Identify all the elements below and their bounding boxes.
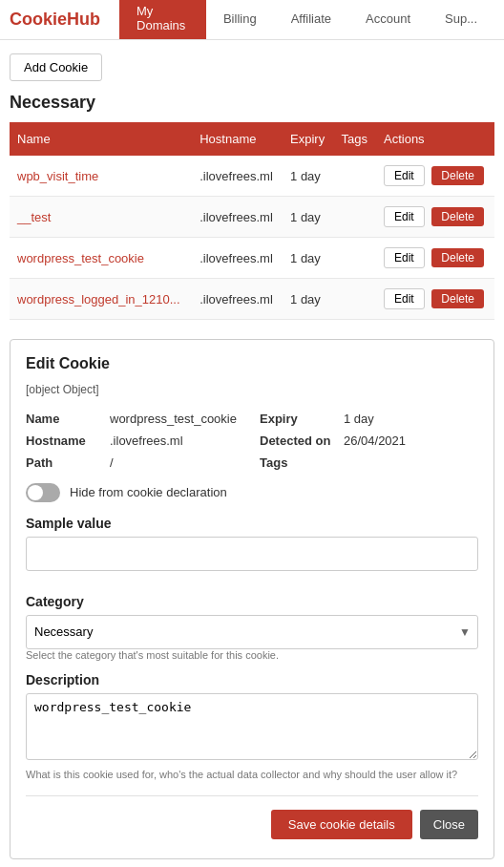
table-row: wordpress_test_cookie .ilovefrees.ml 1 d… — [10, 238, 494, 279]
field-path: Path / — [26, 455, 244, 470]
cell-hostname: .ilovefrees.ml — [192, 279, 283, 320]
hostname-value: .ilovefrees.ml — [110, 434, 183, 448]
cookie-name-link[interactable]: __test — [17, 210, 51, 224]
logo-text1: Cookie — [10, 10, 67, 29]
field-expiry: Expiry 1 day — [260, 412, 478, 426]
cell-expiry: 1 day — [283, 279, 333, 320]
field-hostname: Hostname .ilovefrees.ml — [26, 434, 244, 448]
cell-expiry: 1 day — [283, 238, 333, 279]
toggle-knob — [28, 485, 43, 500]
edit-button[interactable]: Edit — [384, 165, 425, 186]
category-select[interactable]: NecessaryPreferencesStatisticsMarketing — [26, 615, 478, 649]
delete-button[interactable]: Delete — [431, 207, 484, 226]
col-tags: Tags — [333, 122, 376, 156]
nav-item-support[interactable]: Sup... — [428, 0, 494, 39]
cell-expiry: 1 day — [283, 156, 333, 197]
cell-hostname: .ilovefrees.ml — [192, 238, 283, 279]
edit-button[interactable]: Edit — [384, 247, 425, 268]
cell-tags — [333, 197, 376, 238]
cell-tags — [333, 156, 376, 197]
main-content: Add Cookie Necessary Name Hostname Expir… — [0, 40, 504, 867]
cell-name: wordpress_test_cookie — [10, 238, 192, 279]
nav-item-billing[interactable]: Billing — [206, 0, 274, 39]
nav-item-my-domains[interactable]: My Domains — [119, 0, 206, 39]
nav-item-affiliate[interactable]: Affiliate — [274, 0, 348, 39]
expiry-value: 1 day — [344, 412, 374, 426]
edit-button[interactable]: Edit — [384, 206, 425, 227]
col-hostname: Hostname — [192, 122, 283, 156]
cell-tags — [333, 238, 376, 279]
close-button[interactable]: Close — [420, 810, 478, 839]
detected-label: Detected on — [260, 434, 336, 448]
nav-item-account[interactable]: Account — [348, 0, 428, 39]
name-label: Name — [26, 412, 102, 426]
cell-hostname: .ilovefrees.ml — [192, 197, 283, 238]
cell-actions: Edit Delete — [376, 279, 494, 320]
table-row: wordpress_logged_in_1210... .ilovefrees.… — [10, 279, 494, 320]
cell-name: wpb_visit_time — [10, 156, 192, 197]
field-name: Name wordpress_test_cookie — [26, 412, 244, 426]
expiry-label: Expiry — [260, 412, 336, 426]
fields-grid: Name wordpress_test_cookie Expiry 1 day … — [26, 412, 478, 470]
cell-hostname: .ilovefrees.ml — [192, 156, 283, 197]
sample-value-label: Sample value — [26, 516, 478, 531]
cell-expiry: 1 day — [283, 197, 333, 238]
delete-button[interactable]: Delete — [431, 289, 484, 308]
cell-name: wordpress_logged_in_1210... — [10, 279, 192, 320]
category-select-wrapper: NecessaryPreferencesStatisticsMarketing … — [26, 615, 478, 649]
edit-footer: Save cookie details Close — [26, 795, 478, 839]
cell-name: __test — [10, 197, 192, 238]
cookie-name-link[interactable]: wordpress_test_cookie — [17, 251, 144, 265]
col-expiry: Expiry — [283, 122, 333, 156]
toggle-row: Hide from cookie declaration — [26, 483, 478, 502]
cell-actions: Edit Delete — [376, 238, 494, 279]
cell-tags — [333, 279, 376, 320]
detected-value: 26/04/2021 — [344, 434, 406, 448]
sample-value-group: Sample value — [26, 516, 478, 584]
category-help-text: Select the category that's most suitable… — [26, 649, 478, 661]
cell-actions: Edit Delete — [376, 197, 494, 238]
cookie-name-link[interactable]: wordpress_logged_in_1210... — [17, 292, 180, 307]
description-group: Description What is this cookie used for… — [26, 672, 478, 780]
sample-value-input[interactable] — [26, 537, 478, 571]
logo-text2: Hub — [67, 10, 100, 29]
category-label: Category — [26, 594, 478, 609]
table-row: __test .ilovefrees.ml 1 day Edit Delete — [10, 197, 494, 238]
field-tags: Tags — [260, 455, 478, 470]
hide-declaration-toggle[interactable] — [26, 483, 60, 502]
hostname-label: Hostname — [26, 434, 102, 448]
description-label: Description — [26, 672, 478, 687]
path-label: Path — [26, 455, 102, 470]
col-actions: Actions — [376, 122, 494, 156]
add-cookie-button[interactable]: Add Cookie — [10, 53, 102, 81]
edit-panel-title: Edit Cookie — [26, 355, 478, 372]
category-group: Category NecessaryPreferencesStatisticsM… — [26, 594, 478, 661]
cookie-name-link[interactable]: wpb_visit_time — [17, 169, 98, 183]
tags-label: Tags — [260, 455, 336, 470]
col-name: Name — [10, 122, 192, 156]
header: CookieHub My Domains Billing Affiliate A… — [0, 0, 504, 40]
logo: CookieHub — [10, 10, 100, 30]
toggle-label: Hide from cookie declaration — [70, 485, 227, 499]
field-detected-on: Detected on 26/04/2021 — [260, 434, 478, 448]
save-cookie-button[interactable]: Save cookie details — [271, 810, 412, 839]
table-header-row: Name Hostname Expiry Tags Actions — [10, 122, 494, 156]
cookie-table: Name Hostname Expiry Tags Actions wpb_vi… — [10, 122, 494, 320]
delete-button[interactable]: Delete — [431, 166, 484, 185]
edit-panel-description: [object Object] — [26, 382, 478, 398]
table-row: wpb_visit_time .ilovefrees.ml 1 day Edit… — [10, 156, 494, 197]
description-textarea[interactable] — [26, 693, 478, 760]
delete-button[interactable]: Delete — [431, 248, 484, 267]
name-value: wordpress_test_cookie — [110, 412, 237, 426]
section-title: Necessary — [10, 93, 494, 113]
edit-button[interactable]: Edit — [384, 288, 425, 309]
cell-actions: Edit Delete — [376, 156, 494, 197]
description-help-text: What is this cookie used for, who's the … — [26, 769, 478, 780]
edit-cookie-panel: Edit Cookie [object Object] Name wordpre… — [10, 339, 494, 859]
nav: My Domains Billing Affiliate Account Sup… — [119, 0, 494, 39]
path-value: / — [110, 455, 114, 470]
